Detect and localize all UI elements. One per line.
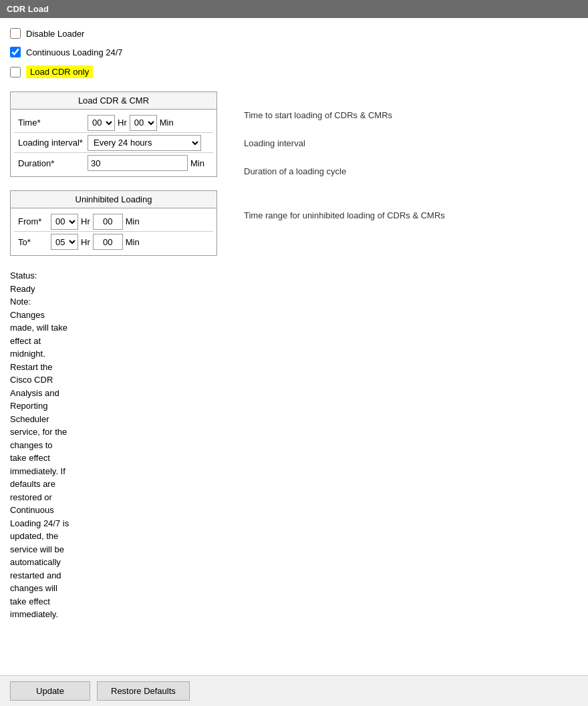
from-min-input[interactable] xyxy=(93,214,123,230)
interval-controls: Every 24 hours Every 12 hours Every 6 ho… xyxy=(88,135,213,151)
disable-loader-row: Disable Loader xyxy=(10,28,578,39)
uninhibited-loading-panel: Uninhibited Loading From* 00010203 04050… xyxy=(10,190,217,256)
to-min-input[interactable] xyxy=(93,234,123,250)
uninhibited-header: Uninhibited Loading xyxy=(11,191,216,208)
duration-label: Duration* xyxy=(14,156,88,171)
to-min-unit: Min xyxy=(126,237,140,247)
restore-defaults-button[interactable]: Restore Defaults xyxy=(97,681,190,701)
time-controls: 00010203 04050607 08091011 12131415 1617… xyxy=(88,115,213,131)
left-panels: Load CDR & CMR Time* 00010203 04050607 0… xyxy=(10,92,217,256)
desc-group-cdr-cmr: Time to start loading of CDRs & CMRs Loa… xyxy=(244,98,445,185)
to-row: To* 00010203 04050607 08091011 12131415 … xyxy=(14,232,213,252)
status-label-line: Status: xyxy=(10,269,578,283)
time-row: Time* 00010203 04050607 08091011 1213141… xyxy=(14,113,213,133)
disable-loader-checkbox[interactable] xyxy=(10,28,21,39)
to-hr-unit: Hr xyxy=(81,237,90,247)
desc-duration: Duration of a loading cycle xyxy=(244,166,445,176)
to-label: To* xyxy=(14,234,51,250)
desc-time: Time to start loading of CDRs & CMRs xyxy=(244,110,445,120)
note-text: Changes made, will take effect at midnig… xyxy=(10,309,70,621)
continuous-loading-label: Continuous Loading 24/7 xyxy=(26,47,123,57)
duration-input[interactable] xyxy=(88,155,188,171)
time-label: Time* xyxy=(14,115,88,130)
status-label: Status: xyxy=(10,271,37,281)
from-hr-unit: Hr xyxy=(81,216,90,226)
load-cdr-cmr-header: Load CDR & CMR xyxy=(11,92,216,110)
disable-loader-label: Disable Loader xyxy=(26,29,84,39)
desc-group-uninhibited: Time range for uninhibited loading of CD… xyxy=(244,185,445,245)
desc-interval: Loading interval xyxy=(244,138,445,148)
interval-select[interactable]: Every 24 hours Every 12 hours Every 6 ho… xyxy=(88,135,201,151)
interval-row: Loading interval* Every 24 hours Every 1… xyxy=(14,133,213,153)
status-section: Status: Ready Note: Changes made, will t… xyxy=(10,269,578,621)
uninhibited-body: From* 00010203 04050607 08091011 1213141… xyxy=(11,208,216,255)
title-bar: CDR Load xyxy=(0,0,588,18)
panels-row: Load CDR & CMR Time* 00010203 04050607 0… xyxy=(10,92,578,256)
time-min-select[interactable]: 00153045 xyxy=(130,115,157,131)
load-cdr-only-label: Load CDR only xyxy=(26,65,93,78)
duration-row: Duration* Min xyxy=(14,153,213,173)
duration-controls: Min xyxy=(88,155,213,171)
right-descriptions: Time to start loading of CDRs & CMRs Loa… xyxy=(244,92,445,245)
bottom-buttons-bar: Update Restore Defaults xyxy=(0,675,588,706)
continuous-loading-row: Continuous Loading 24/7 xyxy=(10,47,578,57)
duration-unit: Min xyxy=(190,158,204,168)
title-text: CDR Load xyxy=(7,4,49,14)
load-cdr-cmr-panel: Load CDR & CMR Time* 00010203 04050607 0… xyxy=(10,92,217,177)
from-min-unit: Min xyxy=(126,216,140,226)
interval-label: Loading interval* xyxy=(14,135,88,150)
load-cdr-only-checkbox[interactable] xyxy=(10,67,21,77)
note-label: Note: xyxy=(10,295,578,309)
status-value: Ready xyxy=(10,283,578,296)
hr-unit-1: Hr xyxy=(118,118,127,128)
from-row: From* 00010203 04050607 08091011 1213141… xyxy=(14,212,213,232)
from-controls: 00010203 04050607 08091011 12131415 1617… xyxy=(51,214,142,230)
to-controls: 00010203 04050607 08091011 12131415 1617… xyxy=(51,234,142,250)
time-hour-select[interactable]: 00010203 04050607 08091011 12131415 1617… xyxy=(88,115,115,131)
load-cdr-only-row: Load CDR only xyxy=(10,65,578,78)
from-hour-select[interactable]: 00010203 04050607 08091011 12131415 1617… xyxy=(51,214,78,230)
to-hour-select[interactable]: 00010203 04050607 08091011 12131415 1617… xyxy=(51,234,78,250)
continuous-loading-checkbox[interactable] xyxy=(10,47,21,57)
load-cdr-cmr-body: Time* 00010203 04050607 08091011 1213141… xyxy=(11,110,216,176)
desc-uninhibited: Time range for uninhibited loading of CD… xyxy=(244,210,445,220)
update-button[interactable]: Update xyxy=(10,681,90,701)
from-label: From* xyxy=(14,214,51,229)
min-unit-1: Min xyxy=(160,118,174,128)
